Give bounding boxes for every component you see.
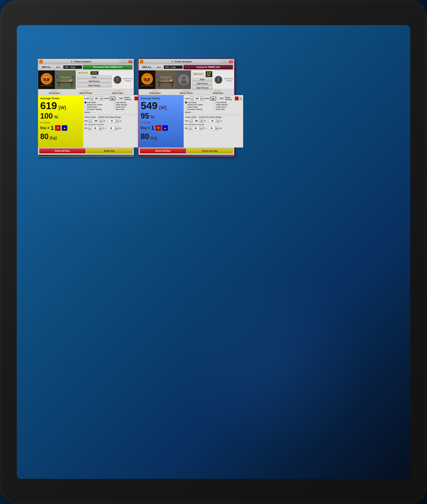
max-plus-2[interactable]: + — [200, 119, 203, 123]
eccentric-vel-radio-2[interactable] — [185, 108, 187, 110]
peak-force-option-1[interactable]: Peak Force — [113, 106, 141, 108]
partial-plus-1[interactable]: + — [116, 119, 119, 123]
peak-velocity-option-2[interactable]: Peak Velocity — [214, 104, 242, 106]
partial-plus-2[interactable]: + — [216, 119, 220, 123]
load-minus-1[interactable]: − — [90, 97, 93, 100]
avg-power-radio-2[interactable] — [185, 101, 187, 103]
vbt-checkbox-2[interactable] — [217, 97, 219, 100]
add-person-btn-1[interactable]: Add Person — [77, 80, 111, 83]
threshold-plus-2[interactable]: + — [215, 126, 219, 130]
connect-btn-1[interactable]: Disconnect from TENDO Unit — [83, 65, 132, 69]
avg-velocity-radio-1[interactable] — [113, 101, 115, 103]
view-all-btn-2[interactable]: VIEW ALL — [140, 65, 153, 69]
date-select-2[interactable]: 08/03/2021 — [192, 73, 205, 76]
open-person-btn-2[interactable]: Open Person — [192, 86, 212, 90]
max-minus-1[interactable]: − — [89, 119, 92, 123]
avg-velocity-radio-2[interactable] — [214, 101, 216, 103]
arrow-up-btn-1[interactable]: ▲ — [62, 125, 67, 131]
minimize-btn-1[interactable]: — — [120, 60, 123, 63]
peak-force-radio-2[interactable] — [214, 106, 216, 108]
minimize-btn-2[interactable]: — — [220, 60, 224, 63]
peak-velocity-radio-2[interactable] — [214, 104, 216, 106]
delete-rep-btn-2[interactable]: Delete Last Rep — [187, 149, 233, 153]
date-select-1[interactable]: 08/03/2021 — [77, 71, 90, 75]
target-vel-plus-2[interactable]: + — [239, 97, 242, 100]
min-minus-1[interactable]: − — [88, 126, 92, 130]
close-btn-2[interactable]: ✕ — [229, 60, 233, 63]
peak-power-radio-2[interactable] — [185, 106, 187, 108]
arrow-down-btn-1[interactable]: ▼ — [55, 125, 61, 131]
avg-velocity-option-1[interactable]: Avg Velocity — [113, 101, 141, 103]
peak-velocity-radio-1[interactable] — [113, 104, 115, 106]
eccentric-vel-option-1[interactable]: Eccentric Velocity — [84, 108, 113, 110]
rest-time-radio-1[interactable] — [113, 108, 115, 110]
kg-btn-1[interactable]: kg — [109, 97, 115, 100]
eccentric-vel-option-2[interactable]: Eccentric Velocity — [185, 108, 213, 110]
load-value-2[interactable]: 100 — [194, 97, 200, 100]
max-minus-2[interactable]: − — [189, 119, 192, 123]
note-btn-1[interactable]: Note — [77, 76, 111, 79]
load-plus-1[interactable]: + — [100, 97, 103, 100]
save-btn-1[interactable]: Save — [54, 65, 62, 69]
add-person-btn-2[interactable]: Add Person — [192, 82, 212, 85]
separator-1 — [84, 115, 141, 115]
rep-label-2: Rep # — [141, 126, 150, 130]
kg-btn-2[interactable]: kg — [210, 97, 216, 100]
max-value-1[interactable]: 100 — [92, 119, 99, 123]
delete-rep-btn-1[interactable]: Delete Rep — [86, 149, 132, 153]
view-all-btn-1[interactable]: VIEW ALL — [39, 65, 53, 69]
partial-avg-option-1[interactable]: Partial AVG Power — [84, 104, 113, 106]
close-btn-1[interactable]: ✕ — [129, 60, 132, 63]
arrow-down-btn-2[interactable]: ▼ — [156, 125, 161, 131]
note-btn-2[interactable]: Note — [192, 78, 212, 81]
load-plus-2[interactable]: + — [200, 97, 204, 100]
rep-number-2: 1 — [151, 125, 154, 131]
load-minus-2[interactable]: − — [190, 97, 194, 100]
arrow-up-btn-2[interactable]: ▲ — [162, 125, 168, 131]
partial-avg-radio-2[interactable] — [185, 104, 187, 106]
vbt-checkbox-1[interactable] — [116, 97, 119, 100]
min-minus-2[interactable]: − — [189, 126, 192, 130]
min-value-2[interactable]: 90 — [193, 126, 199, 130]
partial-range-value-1[interactable]: 50 — [109, 119, 115, 123]
avg-velocity-option-2[interactable]: Avg Velocity — [214, 101, 242, 103]
maximize-btn-2[interactable]: □ — [225, 60, 229, 63]
eccentric-vel-radio-1[interactable] — [84, 108, 86, 110]
ibutton-row-2: iButton : - - - — [185, 111, 242, 113]
rest-time-option-2[interactable]: Rest Time — [214, 108, 242, 110]
load-value-1[interactable]: 100 — [93, 97, 100, 100]
max-value-2[interactable]: 100 — [193, 119, 199, 123]
delete-all-btn-2[interactable]: Delete All Reps — [140, 149, 186, 153]
target-vel-input-2[interactable] — [235, 97, 239, 100]
svg-point-0 — [43, 75, 50, 83]
avg-power-radio-1[interactable] — [84, 101, 86, 103]
target-vel-input-1[interactable] — [134, 97, 138, 100]
peak-velocity-option-1[interactable]: Peak Velocity — [113, 104, 141, 106]
peak-power-option-2[interactable]: Peak Power — [185, 106, 213, 108]
threshold-plus-1[interactable]: + — [115, 126, 118, 130]
unit-dropdown-2[interactable]: 443 - ready — [164, 65, 183, 69]
peak-force-option-2[interactable]: Peak Force — [214, 106, 242, 108]
partial-avg-option-2[interactable]: Partial AVG Power — [185, 104, 213, 106]
connect-btn-2[interactable]: Connect to TENDO Unit — [183, 65, 233, 69]
peak-force-radio-1[interactable] — [113, 106, 115, 108]
partial-avg-radio-1[interactable] — [84, 104, 86, 106]
rest-time-option-1[interactable]: Rest Time — [113, 108, 141, 110]
save-btn-2[interactable]: Save — [154, 65, 163, 69]
peak-power-radio-1[interactable] — [84, 106, 86, 108]
min-plus-2[interactable]: + — [199, 126, 203, 130]
min-plus-1[interactable]: + — [99, 126, 102, 130]
maximize-btn-1[interactable]: □ — [124, 60, 128, 63]
min-value-1[interactable]: 90 — [92, 126, 99, 130]
threshold-value-1[interactable]: 35 — [108, 126, 114, 130]
unit-dropdown-1[interactable]: 443 - ready — [63, 65, 82, 69]
avg-power-option-2[interactable]: Avg Power — [185, 101, 213, 103]
peak-power-option-1[interactable]: Peak Power — [84, 106, 113, 108]
open-person-btn-1[interactable]: Open Person — [77, 84, 111, 87]
max-plus-1[interactable]: + — [99, 119, 103, 123]
avg-power-option-1[interactable]: Avg Power — [84, 101, 113, 103]
partial-range-value-2[interactable]: 50 — [209, 119, 215, 123]
threshold-value-2[interactable]: 35 — [208, 126, 215, 130]
delete-all-btn-1[interactable]: Delete All Reps — [39, 149, 85, 153]
rest-time-radio-2[interactable] — [214, 108, 216, 110]
